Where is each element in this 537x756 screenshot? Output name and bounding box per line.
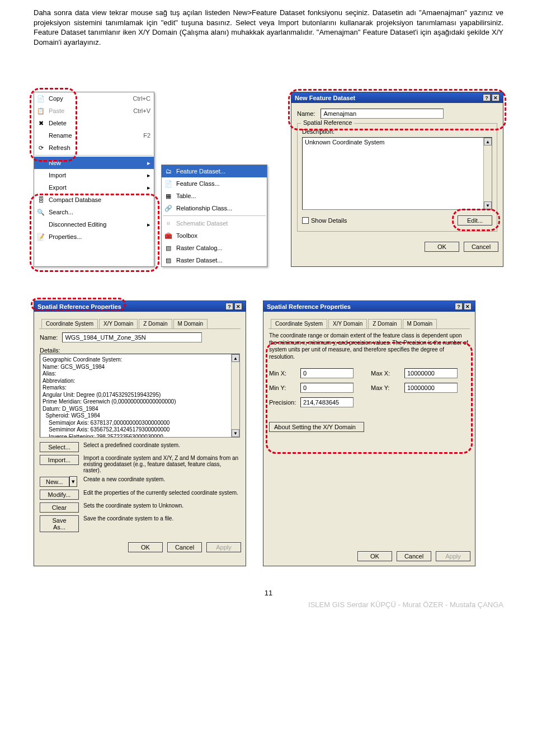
tab-coordinate-system[interactable]: Coordinate System [271,319,327,328]
ok-button[interactable]: OK [425,242,459,252]
page-footer: ISLEM GIS Serdar KÜPÇÜ - Murat ÖZER - Mu… [34,600,503,609]
precision-label: Precision: [269,399,295,406]
clear-desc: Sets the coordinate system to Unknown. [83,503,240,509]
menu-paste: 📋 Paste Ctrl+V [34,105,154,117]
close-button[interactable]: ✕ [492,94,500,101]
intro-paragraph: Daha sonra data view tekrar mouse sağ tu… [34,8,503,47]
help-button[interactable]: ? [455,303,463,310]
menu-properties-label: Properties... [49,233,82,240]
tab-xy-domain[interactable]: X/Y Domain [99,319,138,328]
submenu-relationship-class[interactable]: 🔗 Relationship Class... [162,202,267,214]
apply-button[interactable]: Apply [436,551,470,561]
menu-search[interactable]: 🔍 Search... [34,206,154,218]
description-label: Description: [302,128,492,135]
menu-refresh[interactable]: ⟳ Refresh [34,142,154,154]
cancel-button[interactable]: Cancel [464,242,498,252]
blank-icon [36,131,45,140]
save-as-button[interactable]: Save As... [40,515,79,532]
cancel-button[interactable]: Cancel [167,542,202,552]
description-area: Unknown Coordinate System ▲ ▼ [302,137,492,210]
scroll-down[interactable]: ▼ [232,429,239,437]
close-button[interactable]: ✕ [464,303,472,310]
submenu-raster-catalog[interactable]: ▧ Raster Catalog... [162,242,267,254]
show-details-checkbox[interactable]: Show Details [302,217,347,224]
menu-new[interactable]: New ▸ [34,157,154,169]
title-text: Spatial Reference Properties [267,303,351,310]
tab-z-domain[interactable]: Z Domain [368,319,401,328]
precision-input[interactable] [300,397,354,407]
menu-delete[interactable]: ✖ Delete [34,117,154,129]
details-label: Details: [40,347,240,354]
cancel-button[interactable]: Cancel [397,551,431,561]
modify-button[interactable]: Modify... [40,490,79,500]
new-button[interactable]: New... [40,477,69,487]
menu-compact-label: Compact Database [49,196,101,203]
minx-input[interactable] [300,368,354,378]
help-button[interactable]: ? [225,303,233,310]
menu-import[interactable]: Import ▸ [34,169,154,181]
maxy-input[interactable] [404,383,458,393]
menu-disconnected-editing[interactable]: Disconnected Editing ▸ [34,218,154,231]
scroll-up[interactable]: ▲ [484,138,492,145]
toolbox-icon: 🧰 [164,231,173,240]
titlebar-spatial-ref-2: Spatial Reference Properties ? ✕ [263,301,475,312]
submenu-feature-dataset[interactable]: 🗂 Feature Dataset... [162,165,267,177]
name-label: Name: [297,110,315,117]
menu-compact-database[interactable]: 🗄 Compact Database [34,194,154,206]
apply-button[interactable]: Apply [206,542,241,552]
arrow-right-icon: ▸ [147,172,150,179]
blank-icon [36,183,45,192]
properties-icon: 📝 [36,232,45,241]
help-button[interactable]: ? [483,94,491,101]
menu-properties[interactable]: 📝 Properties... [34,231,154,243]
about-xy-domain-button[interactable]: About Setting the X/Y Domain [269,422,364,432]
submenu-table[interactable]: ▦ Table... [162,190,267,202]
select-button[interactable]: Select... [40,442,79,452]
import-button[interactable]: Import... [40,455,79,465]
titlebar-spatial-ref-1: Spatial Reference Properties ? ✕ [34,301,246,312]
cs-name-input[interactable] [62,332,202,342]
scroll-down[interactable]: ▼ [484,201,492,209]
ok-button[interactable]: OK [128,542,163,552]
menu-export[interactable]: Export ▸ [34,181,154,194]
show-details-label: Show Details [311,217,347,224]
title-text: New Feature Dataset [295,95,355,101]
scroll-up[interactable]: ▲ [232,354,239,362]
tab-coordinate-system[interactable]: Coordinate System [41,319,98,328]
dialog-spatial-ref-coordsys: Spatial Reference Properties ? ✕ Coordin… [34,300,246,566]
details-box: Geographic Coordinate System: Name: GCS_… [40,354,240,438]
tab-strip: Coordinate System X/Y Domain Z Domain M … [268,317,470,329]
tab-m-domain[interactable]: M Domain [403,319,437,328]
context-submenu-new: 🗂 Feature Dataset... 📄 Feature Class... … [161,165,267,267]
modify-desc: Edit the properties of the currently sel… [83,490,240,496]
description-value: Unknown Coordinate System [305,139,384,145]
feature-class-icon: 📄 [164,179,173,188]
tab-xy-domain[interactable]: X/Y Domain [328,319,367,328]
submenu-toolbox[interactable]: 🧰 Toolbox [162,229,267,242]
name-input[interactable] [321,109,444,119]
blank-icon [36,220,45,229]
tab-m-domain[interactable]: M Domain [173,319,208,328]
dialog-spatial-ref-xydomain: Spatial Reference Properties ? ✕ Coordin… [263,300,475,566]
submenu-raster-dataset[interactable]: ▨ Raster Dataset... [162,254,267,266]
edit-button[interactable]: Edit... [458,215,492,226]
maxx-input[interactable] [404,368,458,378]
row-2: Spatial Reference Properties ? ✕ Coordin… [34,300,503,566]
submenu-toolbox-label: Toolbox [176,232,197,239]
relationship-icon: 🔗 [164,204,173,213]
tab-z-domain[interactable]: Z Domain [139,319,172,328]
submenu-feature-class[interactable]: 📄 Feature Class... [162,177,267,190]
miny-label: Min Y: [269,384,295,391]
separator [35,155,153,156]
menu-copy[interactable]: 📄 Copy Ctrl+C [34,92,154,105]
menu-rename[interactable]: Rename F2 [34,129,154,142]
miny-input[interactable] [300,383,354,393]
spatial-ref-legend: Spatial Reference [301,119,354,126]
new-dropdown-button[interactable]: ▾ [69,476,77,487]
ok-button[interactable]: OK [357,551,392,561]
menu-export-label: Export [49,184,67,191]
submenu-schem-label: Schematic Dataset [176,220,228,227]
clear-button[interactable]: Clear [40,503,79,513]
menu-import-label: Import [49,172,66,179]
close-button[interactable]: ✕ [234,303,242,310]
